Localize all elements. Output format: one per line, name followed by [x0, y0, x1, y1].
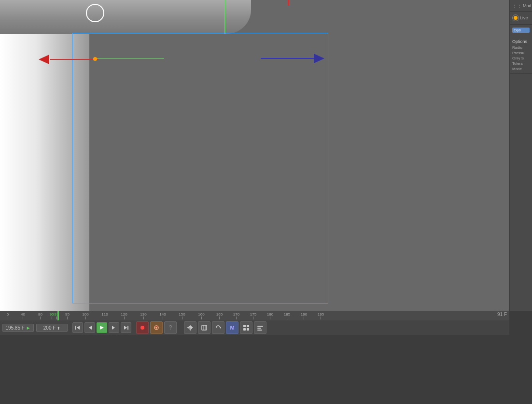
mod-title: ⋮⋮ Mod [511, 2, 531, 9]
help-button[interactable]: ? [164, 321, 177, 334]
next-frame-button[interactable] [109, 322, 119, 333]
svg-point-7 [140, 326, 144, 330]
goto-start-button[interactable] [72, 322, 83, 333]
right-panel: ⋮⋮ Mod Live Opti Options Radiu Pressu On… [509, 0, 532, 311]
svg-marker-5 [124, 326, 127, 330]
key-button[interactable] [198, 321, 210, 334]
svg-rect-20 [247, 328, 249, 331]
options-label: Options [511, 38, 531, 45]
live-section[interactable]: Live [510, 12, 532, 25]
timeline-ruler[interactable]: 5 40 80 90 91 95 [0, 311, 509, 320]
record-button[interactable] [136, 321, 149, 334]
svg-rect-23 [257, 330, 262, 331]
ruler-mark: 5 [1, 312, 14, 319]
svg-marker-2 [89, 326, 92, 330]
total-frames-arrow: ⬆ [57, 326, 60, 331]
options-section: Options Radiu Pressu Only S Tolera Mode [510, 36, 532, 74]
ruler-mark: 185 [279, 312, 295, 319]
ruler-mark: 150 [172, 312, 192, 319]
ruler-mark: 180 [262, 312, 279, 319]
timeline[interactable]: 5 40 80 90 91 95 [0, 311, 532, 404]
frame-position-arrow: ► [26, 325, 31, 331]
frame-position-display[interactable]: 195.85 F ► [2, 324, 34, 332]
svg-marker-16 [220, 327, 221, 329]
live-label: Live [520, 15, 528, 20]
red-arrow-head [39, 55, 49, 64]
snap-button[interactable] [184, 321, 196, 334]
red-axis-indicator [288, 0, 289, 6]
total-frames-display[interactable]: 200 F ⬆ [36, 324, 68, 332]
frame-position-value: 195.85 F [5, 325, 24, 331]
ruler-mark: 110 [95, 312, 114, 319]
svg-point-9 [155, 327, 157, 329]
svg-rect-13 [202, 325, 207, 330]
cycle-button[interactable] [212, 321, 224, 334]
ruler-mark: 160 [192, 312, 211, 319]
ruler-mark: 140 [153, 312, 172, 319]
opti-section[interactable]: Opti [510, 25, 532, 36]
svg-rect-19 [243, 328, 246, 331]
timeline-controls[interactable]: 195.85 F ► 200 F ⬆ [0, 320, 509, 335]
extra-button[interactable] [254, 321, 266, 334]
grid-button[interactable] [240, 321, 252, 334]
live-dot [514, 16, 518, 20]
goto-end-button[interactable] [121, 322, 131, 333]
selection-box [72, 33, 328, 303]
tolerance-field: Tolera [511, 61, 531, 66]
ruler-mark: 120 [114, 312, 134, 319]
vertical-axis-line [224, 0, 225, 34]
ruler-mark: 190 [295, 312, 312, 319]
ruler-mark: 95 [59, 312, 76, 319]
circle-handle[interactable] [86, 4, 104, 22]
blue-axis-arrow[interactable] [261, 54, 324, 63]
red-arrow-line [50, 59, 98, 60]
3d-object-top [0, 0, 251, 34]
ruler-mark: 130 [134, 312, 153, 319]
pressure-field: Pressu [511, 50, 531, 56]
ruler-mark: 195 [312, 312, 329, 319]
svg-rect-18 [247, 325, 249, 327]
motion-button[interactable]: M [226, 321, 238, 334]
gizmo-origin[interactable] [93, 57, 97, 61]
svg-rect-1 [75, 326, 76, 330]
mod-section: ⋮⋮ Mod [510, 0, 532, 12]
ruler-mark: 170 [228, 312, 245, 319]
play-button[interactable] [97, 322, 107, 333]
ruler-mark: 80 [31, 312, 49, 319]
current-frame-marker [57, 311, 59, 320]
live-title: Live [511, 14, 531, 22]
svg-rect-17 [243, 325, 246, 327]
ruler-mark: 165 [211, 312, 228, 319]
only-s-field: Only S [511, 56, 531, 61]
opti-button[interactable]: Opti [512, 28, 530, 33]
view-controls: M [184, 321, 266, 334]
live-indicator [512, 14, 519, 21]
svg-marker-4 [112, 326, 115, 330]
svg-rect-22 [257, 328, 261, 329]
green-axis-line [97, 58, 164, 59]
current-frame-display: 91 F [497, 312, 507, 317]
total-frames-value: 200 F [43, 325, 56, 331]
blue-arrow-line [261, 58, 314, 59]
svg-rect-6 [127, 326, 128, 330]
track-area[interactable] [0, 335, 364, 380]
mod-label: Mod [523, 3, 532, 8]
radius-field: Radiu [511, 45, 531, 50]
svg-marker-3 [100, 326, 104, 330]
viewport[interactable] [0, 0, 509, 311]
ruler-mark: 90 [49, 312, 54, 319]
ruler-mark: 40 [14, 312, 31, 319]
svg-marker-0 [77, 326, 80, 330]
record-controls: ? [136, 321, 177, 334]
prev-frame-button[interactable] [84, 322, 95, 333]
panel-dots-icon: ⋮⋮ [512, 3, 522, 8]
red-axis-arrow[interactable] [39, 55, 98, 64]
ruler-mark: 175 [245, 312, 262, 319]
svg-rect-21 [257, 326, 263, 327]
blue-arrow-head [314, 54, 324, 63]
auto-key-button[interactable] [150, 321, 163, 334]
transport-controls [72, 322, 131, 333]
ruler-mark: 100 [76, 312, 95, 319]
mode-field: Mode [511, 66, 531, 72]
